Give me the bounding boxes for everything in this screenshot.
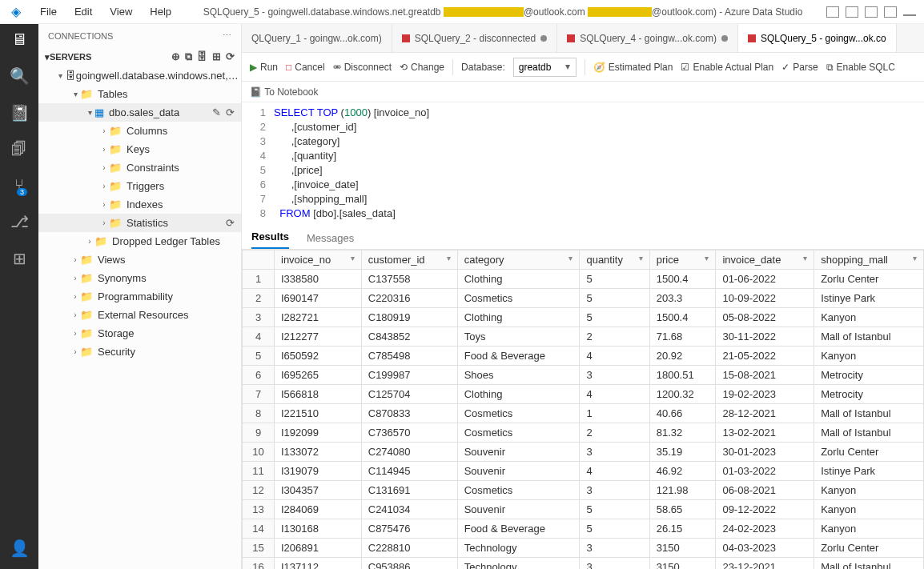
tab-query2[interactable]: SQLQuery_2 - disconnected — [392, 24, 557, 52]
database-select[interactable]: greatdb — [513, 58, 576, 77]
refresh-icon[interactable]: ⟳ — [226, 217, 235, 229]
external-resources-folder[interactable]: ›📁External Resources — [38, 306, 241, 324]
column-header[interactable]: quantity▾ — [580, 250, 649, 270]
menu-file[interactable]: File — [32, 2, 65, 21]
views-folder[interactable]: ›📁Views — [38, 250, 241, 269]
server-icon[interactable]: 🗄 — [197, 50, 207, 63]
table-row[interactable]: 1I338580C137558Clothing51500.401-06-2022… — [243, 270, 924, 289]
column-header[interactable]: shopping_mall▾ — [814, 250, 924, 270]
security-folder[interactable]: ›📁Security — [38, 343, 241, 361]
sqlcmd-button[interactable]: ⧉Enable SQLC — [826, 62, 895, 73]
source-control-icon[interactable]: ⑂3 — [14, 176, 24, 194]
programmability-folder[interactable]: ›📁Programmability — [38, 287, 241, 306]
cancel-button[interactable]: □Cancel — [286, 62, 325, 73]
search-icon[interactable]: 🔍 — [10, 66, 30, 86]
notebook-bar: 📓 To Notebook — [242, 82, 924, 102]
results-tabs: Results Messages — [242, 224, 924, 250]
table-row[interactable]: 7I566818C125704Clothing41200.3219-02-202… — [243, 385, 924, 404]
table-row[interactable]: 12I304357C131691Cosmetics3121.9806-08-20… — [243, 481, 924, 500]
menu-help[interactable]: Help — [142, 2, 179, 21]
extensions-icon[interactable]: ⊞ — [13, 249, 26, 268]
filter-icon[interactable]: ⊞ — [212, 50, 221, 63]
change-connection-button[interactable]: ⟲Change — [400, 62, 444, 73]
column-header[interactable]: invoice_date▾ — [716, 250, 814, 270]
table-row[interactable]: 8I221510C870833Cosmetics140.6628-12-2021… — [243, 404, 924, 423]
table-row[interactable]: 3I282721C180919Clothing51500.405-08-2022… — [243, 308, 924, 327]
tab-query1[interactable]: QLQuery_1 - goingw...ok.com) — [242, 24, 392, 52]
connection-node[interactable]: ▾🗄 goingwell.database.windows.net, g... — [38, 66, 241, 85]
table-row[interactable]: 15I206891C228810Technology3315004-03-202… — [243, 539, 924, 558]
refresh-icon[interactable]: ⟳ — [226, 50, 235, 63]
layout-icon[interactable] — [865, 6, 878, 18]
column-header[interactable]: price▾ — [649, 250, 716, 270]
minimize-icon[interactable] — [903, 14, 916, 16]
activity-bar: 🖥 🔍 📓 🗐 ⑂3 ⎇ ⊞ 👤 — [0, 24, 38, 569]
tab-query4[interactable]: SQLQuery_4 - goingw...ok.com) — [557, 24, 738, 52]
layout-icon[interactable] — [826, 6, 839, 18]
statistics-folder[interactable]: ›📁Statistics ⟳ — [38, 214, 241, 232]
table-row[interactable]: 16I137112C953886Technology3315023-12-202… — [243, 558, 924, 570]
dirty-indicator-icon — [540, 35, 547, 42]
connections-icon[interactable]: 🖥 — [11, 30, 27, 49]
table-row[interactable]: 13I284069C241034Souvenir558.6509-12-2022… — [243, 500, 924, 519]
table-row[interactable]: 2I690147C220316Cosmetics5203.310-09-2022… — [243, 289, 924, 308]
explorer-icon[interactable]: 🗐 — [11, 140, 27, 158]
editor-tabs: QLQuery_1 - goingw...ok.com) SQLQuery_2 … — [242, 24, 924, 53]
menu-edit[interactable]: Edit — [66, 2, 100, 21]
table-row[interactable]: 10I133072C274080Souvenir335.1930-01-2023… — [243, 443, 924, 462]
dropped-ledger-folder[interactable]: ›📁Dropped Ledger Tables — [38, 232, 241, 250]
tab-query5[interactable]: SQLQuery_5 - goingw...ok.co — [738, 24, 897, 52]
servers-label: SERVERS — [50, 52, 91, 62]
to-notebook-button[interactable]: 📓 To Notebook — [250, 86, 319, 98]
columns-folder[interactable]: ›📁Columns — [38, 122, 241, 140]
table-node[interactable]: ▾▦dbo.sales_data ✎⟳ — [38, 103, 241, 122]
keys-folder[interactable]: ›📁Keys — [38, 140, 241, 158]
sql-editor[interactable]: 12345678 SELECT TOP (1000) [invoice_no] … — [242, 102, 924, 224]
table-row[interactable]: 5I650592C785498Food & Beverage420.9221-0… — [243, 347, 924, 366]
storage-folder[interactable]: ›📁Storage — [38, 324, 241, 343]
table-row[interactable]: 4I212277C843852Toys271.6830-11-2022Mall … — [243, 327, 924, 347]
branches-icon[interactable]: ⎇ — [10, 212, 29, 231]
new-connection-icon[interactable]: ⊕ — [171, 50, 180, 63]
synonyms-folder[interactable]: ›📁Synonyms — [38, 269, 241, 287]
refresh-icon[interactable]: ⟳ — [226, 106, 235, 118]
results-tab[interactable]: Results — [251, 226, 289, 249]
actual-plan-button[interactable]: ☑Enable Actual Plan — [681, 62, 773, 73]
sql-file-icon — [748, 34, 756, 42]
layout-icon[interactable] — [846, 6, 858, 18]
notebooks-icon[interactable]: 📓 — [10, 103, 30, 122]
query-toolbar: ▶Run □Cancel ⚮Disconnect ⟲Change Databas… — [242, 53, 924, 82]
indexes-folder[interactable]: ›📁Indexes — [38, 195, 241, 214]
window-title: SQLQuery_5 - goingwell.database.windows.… — [179, 6, 826, 18]
table-row[interactable]: 14I130168C875476Food & Beverage526.1524-… — [243, 519, 924, 539]
run-button[interactable]: ▶Run — [250, 62, 278, 73]
column-header[interactable]: category▾ — [457, 250, 580, 270]
connections-panel: CONNECTIONS ⋯ ▾ SERVERS ⊕ ⧉ 🗄 ⊞ ⟳ ▾🗄 goi… — [38, 24, 242, 569]
column-header[interactable]: invoice_no▾ — [275, 250, 362, 270]
layout-icon[interactable] — [884, 6, 897, 18]
sql-file-icon — [402, 34, 410, 42]
title-bar: ◈ File Edit View Help SQLQuery_5 - going… — [0, 0, 924, 24]
estimated-plan-button[interactable]: 🧭Estimated Plan — [593, 62, 673, 73]
results-grid[interactable]: invoice_no▾customer_id▾category▾quantity… — [242, 250, 924, 569]
dirty-indicator-icon — [721, 35, 728, 42]
server-tree: ▾🗄 goingwell.database.windows.net, g... … — [38, 66, 241, 569]
menu-view[interactable]: View — [102, 2, 140, 21]
account-icon[interactable]: 👤 — [10, 539, 30, 558]
new-group-icon[interactable]: ⧉ — [185, 50, 192, 63]
messages-tab[interactable]: Messages — [307, 227, 354, 249]
table-row[interactable]: 9I192099C736570Cosmetics281.3213-02-2021… — [243, 423, 924, 443]
edit-icon[interactable]: ✎ — [212, 106, 221, 118]
column-header[interactable]: customer_id▾ — [361, 250, 457, 270]
tables-folder[interactable]: ▾📁Tables — [38, 85, 241, 103]
parse-button[interactable]: ✓Parse — [781, 62, 818, 73]
panel-more-icon[interactable]: ⋯ — [223, 30, 231, 41]
triggers-folder[interactable]: ›📁Triggers — [38, 177, 241, 195]
constraints-folder[interactable]: ›📁Constraints — [38, 158, 241, 177]
disconnect-button[interactable]: ⚮Disconnect — [333, 62, 392, 73]
table-row[interactable]: 11I319079C114945Souvenir446.9201-03-2022… — [243, 462, 924, 481]
main-menu: File Edit View Help — [32, 2, 179, 21]
database-label: Database: — [461, 62, 505, 73]
sql-file-icon — [567, 34, 575, 42]
table-row[interactable]: 6I695265C199987Shoes31800.5115-08-2021Me… — [243, 366, 924, 385]
